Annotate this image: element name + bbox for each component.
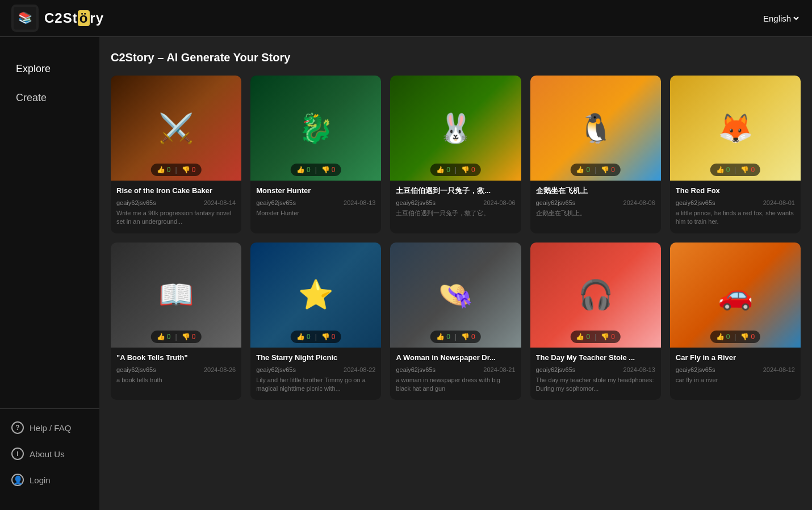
story-card-title: The Starry Night Picnic — [256, 353, 375, 363]
vote-up[interactable]: 👍 0 — [716, 333, 730, 341]
vote-bar: 👍 0 | 👎 0 — [710, 164, 761, 176]
story-card-meta: geaiy62jsv65s 2024-08-06 — [536, 199, 655, 206]
story-card-title: 企鹅坐在飞机上 — [536, 186, 655, 196]
sidebar-item-create[interactable]: Create — [5, 84, 95, 112]
thumbs-down-icon: 👎 — [740, 166, 749, 174]
thumbs-down-icon: 👎 — [740, 333, 749, 341]
vote-down[interactable]: 👎 0 — [461, 166, 475, 174]
vote-up[interactable]: 👍 0 — [576, 166, 590, 174]
story-card-meta: geaiy62jsv65s 2024-08-13 — [536, 366, 655, 373]
about-label: About Us — [30, 449, 65, 459]
vote-up[interactable]: 👍 0 — [716, 166, 730, 174]
vote-up[interactable]: 👍 0 — [576, 333, 590, 341]
thumbs-down-icon: 👎 — [182, 166, 190, 174]
vote-up[interactable]: 👍 0 — [296, 333, 311, 341]
help-icon: ? — [11, 421, 24, 434]
vote-divider: | — [175, 166, 177, 174]
vote-down-count: 0 — [471, 166, 475, 174]
story-date: 2024-08-21 — [483, 366, 515, 373]
header: 📚 C2Störy English 中文 日本語 한국어 — [0, 0, 812, 37]
story-card[interactable]: 🦊 👍 0 | 👎 0 The Red Fox geaiy62jsv65 — [670, 76, 801, 233]
vote-up[interactable]: 👍 0 — [436, 166, 450, 174]
story-date: 2024-08-14 — [204, 199, 236, 206]
story-desc: Monster Hunter — [256, 209, 375, 218]
thumbs-up-icon: 👍 — [436, 333, 445, 341]
story-card-image: ⚔️ 👍 0 | 👎 0 — [111, 76, 241, 181]
svg-text:📚: 📚 — [18, 11, 32, 24]
story-card[interactable]: ⭐ 👍 0 | 👎 0 The Starry Night Picnic g — [250, 243, 381, 400]
story-card[interactable]: 🎧 👍 0 | 👎 0 The Day My Teacher Stole ... — [530, 243, 661, 400]
sidebar-item-login[interactable]: 👤 Login — [0, 467, 99, 493]
explore-label: Explore — [16, 63, 51, 75]
vote-down-count: 0 — [192, 166, 196, 174]
story-card[interactable]: 🐧 👍 0 | 👎 0 企鹅坐在飞机上 geaiy62jsv65s — [530, 76, 661, 233]
thumbs-up-icon: 👍 — [296, 166, 305, 174]
story-card-image: 🐉 👍 0 | 👎 0 — [250, 76, 381, 181]
vote-down[interactable]: 👎 0 — [740, 333, 755, 341]
vote-down[interactable]: 👎 0 — [182, 333, 196, 341]
vote-down-count: 0 — [611, 333, 615, 341]
vote-down[interactable]: 👎 0 — [461, 333, 475, 341]
vote-up[interactable]: 👍 0 — [296, 166, 311, 174]
vote-down-count: 0 — [611, 166, 615, 174]
vote-up-count: 0 — [586, 166, 590, 174]
vote-down-count: 0 — [332, 166, 336, 174]
vote-down[interactable]: 👎 0 — [601, 333, 615, 341]
story-card[interactable]: 📖 👍 0 | 👎 0 "A Book Tells Truth" gea — [111, 243, 241, 400]
vote-bar: 👍 0 | 👎 0 — [570, 164, 621, 176]
vote-down[interactable]: 👎 0 — [601, 166, 615, 174]
vote-down-count: 0 — [471, 333, 475, 341]
vote-down[interactable]: 👎 0 — [321, 333, 336, 341]
sidebar-item-explore[interactable]: Explore — [5, 55, 95, 83]
story-card[interactable]: 🚗 👍 0 | 👎 0 Car Fly in a River geaiy — [670, 243, 801, 400]
vote-bar: 👍 0 | 👎 0 — [151, 331, 202, 343]
vote-up[interactable]: 👍 0 — [157, 166, 171, 174]
story-card-image: 🐧 👍 0 | 👎 0 — [530, 76, 661, 181]
story-card-image: 🦊 👍 0 | 👎 0 — [670, 76, 801, 181]
story-grid-row-1: ⚔️ 👍 0 | 👎 0 Rise of the Iron Cake Baker — [111, 76, 801, 233]
language-selector[interactable]: English 中文 日本語 한국어 — [761, 13, 801, 24]
logo-text: C2Störy — [44, 10, 104, 26]
story-card[interactable]: 👒 👍 0 | 👎 0 A Woman in Newspaper Dr... — [390, 243, 521, 400]
vote-divider: | — [595, 333, 596, 341]
vote-down-count: 0 — [751, 166, 755, 174]
story-card[interactable]: 🐰 👍 0 | 👎 0 土豆伯伯遇到一只兔子，救... geaiy62j — [390, 76, 521, 233]
page-title: C2Story – AI Generate Your Story — [111, 51, 801, 64]
about-icon: i — [11, 448, 24, 460]
create-label: Create — [16, 92, 47, 104]
thumbs-down-icon: 👎 — [182, 333, 190, 341]
story-card-info: Monster Hunter geaiy62jsv65s 2024-08-13 … — [250, 181, 381, 224]
story-date: 2024-08-06 — [623, 199, 655, 206]
story-card-info: The Day My Teacher Stole ... geaiy62jsv6… — [530, 348, 661, 400]
story-card-meta: geaiy62jsv65s 2024-08-14 — [116, 199, 236, 206]
sidebar: Explore Create ? Help / FAQ i About Us 👤… — [0, 37, 99, 510]
story-card-info: The Red Fox geaiy62jsv65s 2024-08-01 a l… — [670, 181, 801, 233]
vote-up[interactable]: 👍 0 — [436, 333, 450, 341]
layout: Explore Create ? Help / FAQ i About Us 👤… — [0, 37, 812, 510]
language-dropdown[interactable]: English 中文 日本語 한국어 — [761, 13, 801, 24]
story-author: geaiy62jsv65s — [116, 366, 156, 373]
logo-area[interactable]: 📚 C2Störy — [11, 5, 104, 32]
vote-bar: 👍 0 | 👎 0 — [291, 331, 341, 343]
login-label: Login — [30, 475, 51, 485]
story-card[interactable]: 🐉 👍 0 | 👎 0 Monster Hunter geaiy62js — [250, 76, 381, 233]
sidebar-item-about[interactable]: i About Us — [0, 441, 99, 467]
story-card-meta: geaiy62jsv65s 2024-08-26 — [116, 366, 236, 373]
vote-up[interactable]: 👍 0 — [157, 333, 171, 341]
vote-divider: | — [175, 333, 177, 341]
story-author: geaiy62jsv65s — [116, 199, 156, 206]
vote-up-count: 0 — [726, 333, 730, 341]
story-card[interactable]: ⚔️ 👍 0 | 👎 0 Rise of the Iron Cake Baker — [111, 76, 241, 233]
story-card-info: The Starry Night Picnic geaiy62jsv65s 20… — [250, 348, 381, 400]
story-card-info: 土豆伯伯遇到一只兔子，救... geaiy62jsv65s 2024-08-06… — [390, 181, 521, 224]
vote-down[interactable]: 👎 0 — [182, 166, 196, 174]
vote-down[interactable]: 👎 0 — [740, 166, 755, 174]
thumbs-up-icon: 👍 — [157, 333, 165, 341]
vote-down[interactable]: 👎 0 — [321, 166, 336, 174]
vote-divider: | — [455, 166, 457, 174]
story-date: 2024-08-06 — [483, 199, 515, 206]
sidebar-item-help[interactable]: ? Help / FAQ — [0, 415, 99, 441]
story-date: 2024-08-22 — [344, 366, 375, 373]
story-desc: a woman in newspaper dress with big blac… — [396, 376, 515, 394]
thumbs-up-icon: 👍 — [716, 166, 725, 174]
